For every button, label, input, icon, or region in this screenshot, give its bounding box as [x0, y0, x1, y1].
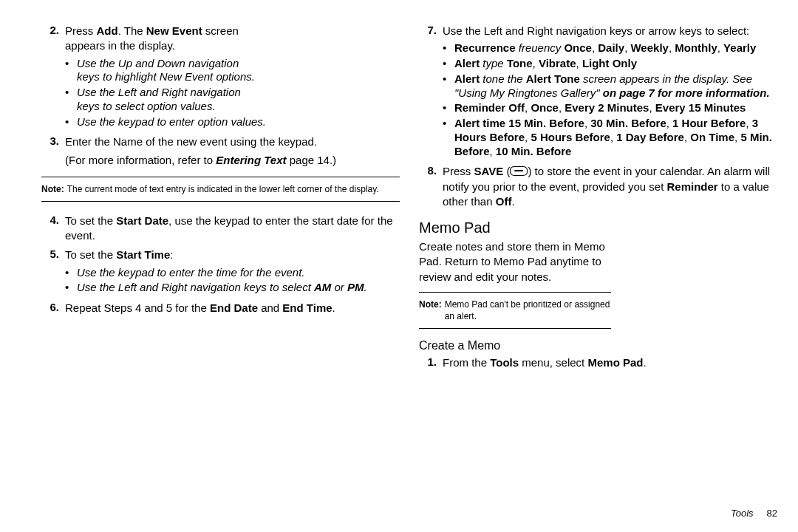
text: .	[511, 195, 514, 208]
text-ref: Entering Text	[216, 154, 286, 166]
note-text: Memo Pad can't be prioritized or assigne…	[445, 299, 611, 322]
right-column: 7. Use the Left and Right navigation key…	[419, 24, 777, 494]
text: Press	[443, 165, 474, 177]
text: . The	[118, 24, 146, 37]
left-column: 2. Press Add. The New Event screen appea…	[41, 24, 400, 494]
text-bold: SAVE	[474, 165, 504, 177]
text: Repeat Steps 4 and 5 for the	[65, 301, 210, 314]
divider	[419, 292, 611, 293]
bullet-text: Use the Left and Right navigation keys t…	[77, 281, 314, 293]
bullet-item: • Use the Left and Right navigation keys…	[65, 281, 367, 295]
text: (	[503, 165, 510, 177]
bullet-item: • Reminder Off, Once, Every 2 Minutes, E…	[443, 101, 777, 115]
step-7: 7. Use the Left and Right navigation key…	[419, 24, 777, 160]
bullet-text: Use the Left and Right navigation keys t…	[77, 86, 257, 114]
softkey-icon	[510, 166, 528, 176]
step-6: 6. Repeat Steps 4 and 5 for the End Date…	[41, 301, 400, 316]
note-text: The current mode of text entry is indica…	[67, 183, 400, 195]
text-bold: Tools	[490, 356, 519, 369]
subheading: Create a Memo	[419, 339, 777, 352]
text: To set the	[65, 214, 116, 227]
text: Press	[65, 24, 97, 37]
footer-page: 82	[767, 508, 777, 519]
text: menu, select	[519, 356, 587, 369]
bullet-item: •Use the Left and Right navigation keys …	[65, 86, 257, 114]
note-block: Note: Memo Pad can't be prioritized or a…	[419, 297, 611, 324]
list-number: 8.	[419, 164, 443, 209]
bullet-text: Use the Up and Down navigation keys to h…	[77, 57, 257, 85]
list-number: 1.	[419, 355, 443, 370]
text-bold: Off	[496, 195, 512, 208]
list-number: 6.	[41, 301, 65, 316]
bullet-item: • Alert time 15 Min. Before, 30 Min. Bef…	[443, 117, 777, 158]
text-bold: Start Time	[116, 248, 170, 261]
note-block: Note: The current mode of text entry is …	[41, 182, 400, 197]
step-2: 2. Press Add. The New Event screen appea…	[41, 24, 400, 130]
footer-section: Tools	[731, 508, 754, 519]
text-bold: New Event	[146, 24, 202, 37]
step-3: 3. Enter the Name of the new event using…	[41, 134, 400, 168]
text-bold: Memo Pad	[587, 356, 643, 369]
text-bold: End Time	[282, 301, 332, 314]
list-number: 4.	[41, 214, 65, 244]
text: page 14.)	[287, 154, 337, 166]
step-5: 5. To set the Start Time: •Use the keypa…	[41, 248, 400, 296]
bullet-text: Use the keypad to enter the time for the…	[77, 266, 367, 280]
text: :	[170, 248, 173, 261]
text-bold: Add	[97, 24, 118, 37]
text: .	[332, 301, 335, 314]
list-number: 3.	[41, 134, 65, 168]
step-4: 4. To set the Start Date, use the keypad…	[41, 214, 400, 244]
divider	[41, 201, 400, 202]
text: To set the	[65, 248, 116, 261]
text: Use the Left and Right navigation keys o…	[443, 24, 777, 38]
bullet-item: •Use the keypad to enter the time for th…	[65, 266, 367, 280]
text-bold: AM	[314, 281, 331, 293]
step-8: 8. Press SAVE () to store the event in y…	[419, 164, 777, 209]
text-bold: End Date	[210, 301, 258, 314]
text: From the	[443, 356, 490, 369]
text-bold: Start Date	[116, 214, 168, 227]
text: Enter the Name of the new event using th…	[65, 134, 336, 149]
page-footer: Tools82	[731, 508, 777, 519]
list-number: 7.	[419, 24, 443, 160]
text: and	[258, 301, 282, 314]
bullet-item: • Alert type Tone, Vibrate, Light Only	[443, 57, 777, 71]
bullet-item: • Alert tone the Alert Tone screen appea…	[443, 72, 777, 100]
step-1: 1. From the Tools menu, select Memo Pad.	[419, 355, 777, 370]
text: or	[331, 281, 347, 293]
divider	[41, 177, 400, 177]
text: (For more information, refer to	[65, 154, 216, 166]
divider	[419, 328, 611, 329]
list-number: 5.	[41, 248, 65, 296]
note-label: Note:	[419, 299, 445, 322]
bullet-text: Use the keypad to enter option values.	[77, 115, 266, 129]
text: .	[364, 281, 367, 293]
note-label: Note:	[41, 183, 67, 195]
text: .	[643, 356, 646, 369]
text-bold: Reminder	[667, 180, 718, 193]
bullet-item: •Use the Up and Down navigation keys to …	[65, 57, 257, 85]
bullet-item: •Use the keypad to enter option values.	[65, 115, 266, 129]
section-heading: Memo Pad	[419, 219, 777, 236]
bullet-item: • Recurrence freuency Once, Daily, Weekl…	[443, 41, 777, 55]
list-number: 2.	[41, 24, 65, 130]
text-bold: PM	[347, 281, 364, 293]
paragraph: Create notes and store them in Memo Pad.…	[419, 239, 611, 284]
